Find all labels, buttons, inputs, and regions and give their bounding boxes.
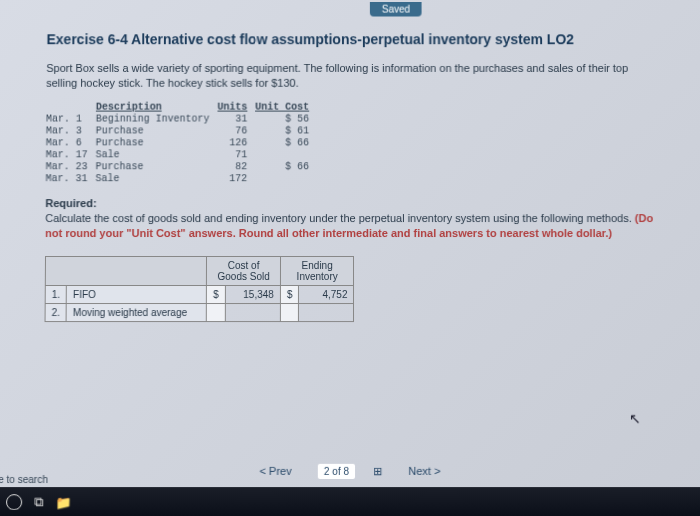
fifo-cogs-input[interactable]: 15,348	[225, 285, 280, 303]
exercise-intro: Sport Box sells a wide variety of sporti…	[46, 61, 654, 92]
cursor-icon: ↖	[629, 410, 641, 426]
row-fifo: FIFO	[67, 285, 207, 303]
search-prompt: e to search	[0, 474, 48, 485]
col-ending-inventory: Ending Inventory	[280, 256, 354, 285]
prev-button[interactable]: < Prev	[251, 461, 299, 481]
col-units: Units	[217, 101, 255, 113]
exercise-content: Exercise 6-4 Alternative cost flow assum…	[0, 2, 700, 342]
table-row: 2. Moving weighted average	[45, 303, 354, 321]
col-description: Description	[96, 101, 218, 113]
mwa-ei-input[interactable]	[299, 303, 354, 321]
exercise-title: Exercise 6-4 Alternative cost flow assum…	[46, 31, 653, 47]
transactions-table: Description Units Unit Cost Mar. 1Beginn…	[46, 101, 318, 185]
folder-icon[interactable]: 📁	[55, 495, 71, 510]
row-moving-avg: Moving weighted average	[66, 303, 206, 321]
saved-badge: Saved	[370, 2, 422, 17]
grid-icon[interactable]: ⊞	[373, 464, 382, 477]
page-indicator: 2 of 8	[318, 463, 355, 478]
task-view-icon[interactable]: ⧉	[34, 494, 43, 510]
taskbar: ⧉ 📁	[0, 487, 700, 516]
pagination-nav: < Prev 2 of 8 ⊞ Next >	[0, 461, 700, 481]
next-button[interactable]: Next >	[400, 461, 448, 481]
answer-table: Cost of Goods Sold Ending Inventory 1. F…	[45, 256, 355, 322]
cortana-icon[interactable]	[6, 494, 22, 510]
col-cogs: Cost of Goods Sold	[207, 256, 281, 285]
required-label: Required:	[45, 197, 654, 209]
required-text: Calculate the cost of goods sold and end…	[45, 211, 655, 242]
col-unit-cost: Unit Cost	[255, 101, 317, 113]
table-row: 1. FIFO $ 15,348 $ 4,752	[45, 285, 354, 303]
mwa-cogs-input[interactable]	[225, 303, 280, 321]
fifo-ei-input[interactable]: 4,752	[299, 285, 354, 303]
